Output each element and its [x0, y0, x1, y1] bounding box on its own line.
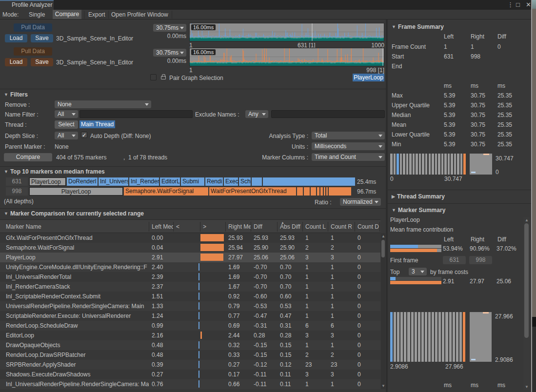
table-row[interactable]: ScriptableRenderer.Execute: UniversalRen…	[0, 311, 380, 321]
top10-segment[interactable]: PlayerLoop	[29, 177, 66, 186]
depth-slice-dropdown[interactable]: All	[55, 132, 78, 139]
marker-summary-scrollbar-thumb[interactable]	[524, 223, 529, 338]
compare-button[interactable]: Compare	[4, 153, 52, 161]
open-profiler-window-button[interactable]: Open Profiler Window	[111, 11, 168, 18]
table-row[interactable]: SRPBRender.ApplyShader0.390.27-0.120.122…	[0, 360, 380, 370]
top10-segment[interactable]: Submi	[181, 177, 204, 186]
marker-summary-scrollbar[interactable]: ▲▼	[523, 217, 530, 390]
table-row[interactable]: Inl_RenderCameraStack2.371.67-0.700.7011…	[0, 282, 380, 292]
left-graph-range-dropdown[interactable]: 30.75ms	[153, 24, 186, 32]
frame-summary-left: 631	[444, 53, 454, 60]
top10-segment[interactable]: Semaphore.WaitForSignal	[124, 187, 208, 196]
table-row[interactable]: RenderLoop.DrawSRPBatcher0.480.33-0.150.…	[0, 350, 380, 360]
column-header-abs-diff[interactable]: Abs Diff	[280, 223, 302, 230]
column-header--[interactable]: >	[203, 223, 225, 230]
table-scrollbar-thumb[interactable]	[381, 240, 385, 257]
top10-segment[interactable]	[304, 187, 310, 196]
column-header-count-d[interactable]: Count D	[357, 223, 379, 230]
top10-segment[interactable]: Inl_Render	[129, 177, 159, 186]
top10-segment[interactable]	[317, 187, 319, 196]
tab-profile-analyzer[interactable]: Profile Analyzer	[0, 0, 54, 10]
thread-select-button[interactable]: Select	[55, 120, 78, 129]
exclude-mode-dropdown[interactable]: Any	[245, 110, 268, 118]
column-header-diff[interactable]: Diff	[254, 223, 277, 230]
top10-segment[interactable]: Exec	[224, 177, 238, 186]
stat-left: 5.39	[444, 92, 455, 99]
remove-dropdown[interactable]: None	[55, 100, 151, 108]
mode-single-button[interactable]: Single	[29, 11, 45, 18]
top10-segment[interactable]	[329, 187, 351, 196]
table-row[interactable]: Semaphore.WaitForSignal0.0425.9425.9025.…	[0, 243, 380, 253]
frame-summary-title[interactable]: ▼Frame Summary	[392, 23, 444, 30]
top10-segment[interactable]: WaitForPresentOnGfxThread	[209, 187, 296, 196]
top-n-dropdown[interactable]: 3	[409, 268, 427, 275]
top10-segment[interactable]	[324, 187, 325, 196]
top10-segment[interactable]	[326, 187, 328, 196]
ratio-dropdown[interactable]: Normalized	[340, 198, 381, 206]
save-button-left[interactable]: Save	[31, 34, 53, 42]
table-row[interactable]: UnityEngine.CoreModule.dll!UnityEngine.R…	[0, 262, 380, 272]
first-frame-right-button[interactable]: 998	[469, 256, 492, 264]
top10-segment[interactable]: Rendi	[205, 177, 223, 186]
table-row[interactable]: RenderLoop.ScheduleDraw0.990.69-0.310.31…	[0, 321, 380, 331]
analysis-type-dropdown[interactable]: Total	[312, 132, 385, 139]
table-row[interactable]: EditorLoop2.162.440.280.28330	[0, 331, 380, 340]
units-dropdown[interactable]: Milliseconds	[312, 142, 385, 150]
column-header--[interactable]: <	[176, 223, 200, 230]
exclude-names-input[interactable]	[271, 110, 385, 118]
thread-value[interactable]: Main Thread	[79, 120, 115, 128]
pull-data-button-left[interactable]: Pull Data	[14, 23, 52, 32]
table-row[interactable]: Inl_UniversalRenderPipeline.RenderSingle…	[0, 379, 380, 389]
top10-segment[interactable]	[263, 177, 355, 186]
load-button-right[interactable]: Load	[5, 58, 27, 66]
top10-segment[interactable]: EditorLoo	[160, 177, 180, 186]
column-header-count-r[interactable]: Count R	[331, 223, 355, 230]
name-filter-mode-dropdown[interactable]: All	[55, 110, 78, 118]
mode-compare-button[interactable]: Compare	[53, 10, 81, 19]
panel-divider[interactable]	[386, 20, 388, 392]
name-filter-input[interactable]	[79, 110, 193, 118]
export-button[interactable]: Export	[88, 11, 105, 18]
column-header-count-l[interactable]: Count L	[305, 223, 328, 230]
right-graph-range-dropdown[interactable]: 30.75ms	[153, 49, 186, 57]
top10-title[interactable]: ▼Top 10 markers on median frames	[4, 168, 105, 175]
first-frame-left-button[interactable]: 631	[443, 256, 466, 264]
top10-segment[interactable]: PlayerLoop	[29, 187, 123, 196]
table-row[interactable]: PlayerLoop2.9127.9725.0625.06330	[0, 253, 380, 262]
load-button-left[interactable]: Load	[5, 34, 27, 42]
table-row[interactable]: Gfx.WaitForPresentOnGfxThread0.0025.9325…	[0, 233, 380, 243]
table-row[interactable]: Inl_ScriptableRenderContext.Submit1.510.…	[0, 292, 380, 301]
histogram-bar	[444, 154, 447, 175]
graph-selection-marker[interactable]: PlayerLoop	[353, 74, 384, 81]
top10-segment[interactable]	[297, 187, 303, 196]
column-header-right-med[interactable]: Right Med	[228, 223, 251, 230]
top10-segment[interactable]: Inl_Univers	[99, 177, 128, 186]
count-separator: ,	[123, 154, 125, 161]
top10-segment[interactable]	[252, 177, 262, 186]
column-header-marker-name[interactable]: Marker Name	[6, 223, 149, 230]
top10-segment[interactable]	[311, 187, 316, 196]
left-frame-graph[interactable]: 16.00ms	[189, 23, 384, 41]
close-icon[interactable]: ✕	[526, 1, 531, 9]
right-frame-graph[interactable]: 16.00ms	[189, 48, 384, 66]
filters-title[interactable]: ▼Filters	[4, 91, 28, 98]
top10-segment[interactable]: DoRenderl	[67, 177, 98, 186]
table-scrollbar[interactable]: ▲ ▼	[381, 233, 385, 389]
window-menu-icon[interactable]: ⋮	[507, 1, 514, 9]
marker-columns-dropdown[interactable]: Time and Count	[312, 153, 385, 161]
top10-segment[interactable]	[320, 187, 323, 196]
pull-data-button-right[interactable]: Pull Data	[14, 47, 52, 56]
table-row[interactable]: UniversalRenderPipeline.RenderSingleCame…	[0, 301, 380, 311]
table-row[interactable]: DrawOpaqueObjects0.480.32-0.150.15110	[0, 340, 380, 350]
save-button-right[interactable]: Save	[31, 58, 53, 66]
comparison-title[interactable]: ▼Marker Comparison for currently selecte…	[4, 210, 144, 217]
marker-summary-title[interactable]: ▼Marker Summary	[392, 207, 445, 214]
thread-summary-title[interactable]: ▶Thread Summary	[392, 193, 445, 200]
top10-segment[interactable]: Sch	[239, 177, 251, 186]
auto-depth-checkbox[interactable]: ✓	[81, 132, 87, 138]
maximize-icon[interactable]: □	[516, 1, 520, 9]
table-row[interactable]: Inl_UniversalRenderTotal2.391.69-0.700.7…	[0, 272, 380, 282]
table-row[interactable]: Shadows.ExecuteDrawShadows0.270.17-0.110…	[0, 370, 380, 379]
column-header-left-med[interactable]: Left Med	[152, 223, 173, 230]
pair-graph-selection-checkbox[interactable]	[150, 74, 157, 80]
